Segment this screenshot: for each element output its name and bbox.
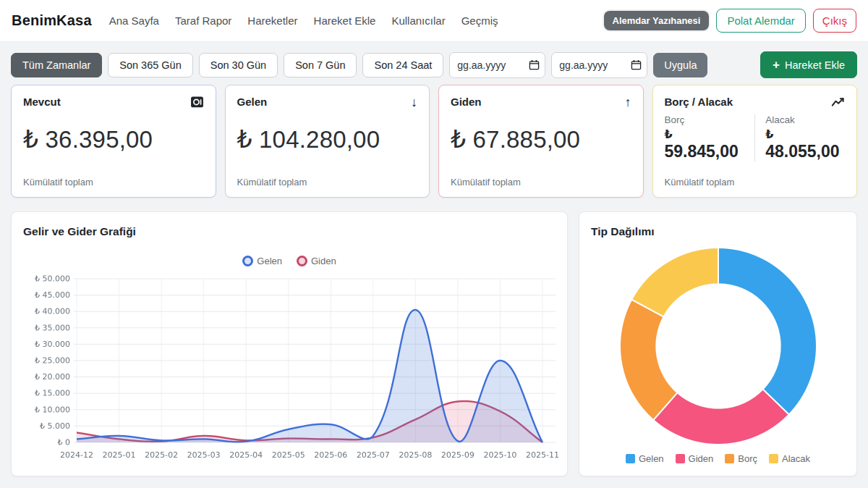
donut-chart-card: Tip Dağılımı GelenGidenBorçAlacak	[579, 211, 857, 476]
legend-item-giden[interactable]: Giden	[297, 256, 336, 266]
alacak-column: Alacak ₺ 48.055,00	[754, 114, 845, 161]
nav-item-ana-sayfa[interactable]: Ana Sayfa	[109, 14, 159, 27]
legend-label: Alacak	[782, 453, 810, 464]
arrow-up-icon: ↑	[625, 96, 631, 109]
line-chart-legend: GelenGiden	[12, 256, 567, 266]
legend-label: Giden	[311, 256, 336, 266]
legend-label: Gelen	[639, 453, 664, 464]
dashboard-page: BenimKasa Ana Sayfa Taraf Rapor Hareketl…	[0, 0, 868, 488]
line-chart-title: Gelir ve Gider Grafiği	[23, 225, 136, 238]
legend-marker	[769, 454, 778, 463]
add-hareket-button[interactable]: + Hareket Ekle	[760, 51, 857, 78]
legend-marker	[725, 454, 734, 463]
user-button[interactable]: Polat Alemdar	[716, 9, 805, 33]
legend-label: Giden	[689, 453, 714, 464]
card-mevcut-subtitle: Kümülatif toplam	[23, 177, 93, 188]
date-to-wrap	[551, 52, 647, 78]
legend-item-alacak[interactable]: Alacak	[769, 453, 810, 464]
plus-icon: +	[773, 59, 780, 71]
borc-currency: ₺	[665, 127, 749, 141]
legend-marker	[676, 454, 685, 463]
legend-marker	[242, 256, 253, 266]
card-gelen-value: ₺ 104.280,00	[237, 125, 418, 153]
donut-chart-legend: GelenGidenBorçAlacak	[579, 453, 856, 464]
card-borc-alacak: Borç / Alacak Borç ₺ 59.845,00 Alacak ₺ …	[652, 85, 858, 198]
nav-item-hareketler[interactable]: Hareketler	[247, 14, 297, 27]
line-chart-canvas	[20, 273, 558, 463]
borc-alacak-columns: Borç ₺ 59.845,00 Alacak ₺ 48.055,00	[665, 114, 846, 161]
legend-label: Borç	[738, 453, 757, 464]
card-giden-title: Giden	[451, 96, 631, 108]
card-giden-value: ₺ 67.885,00	[451, 125, 631, 153]
range-button-son-30-gun[interactable]: Son 30 Gün	[199, 53, 278, 77]
filter-bar: Tüm Zamanlar Son 365 Gün Son 30 Gün Son …	[11, 51, 857, 78]
alacak-value: 48.055,00	[765, 142, 839, 161]
range-button-son-24-saat[interactable]: Son 24 Saat	[362, 53, 443, 77]
borc-value: 59.845,00	[665, 142, 749, 161]
summary-cards: Mevcut ₺ 36.395,00 Kümülatif toplam Gele…	[11, 85, 857, 198]
card-giden: Giden ↑ ₺ 67.885,00 Kümülatif toplam	[438, 85, 644, 198]
calendar-icon	[631, 59, 642, 70]
card-borc-alacak-subtitle: Kümülatif toplam	[665, 177, 735, 188]
safe-icon	[190, 96, 204, 112]
card-gelen-subtitle: Kümülatif toplam	[237, 177, 307, 188]
card-mevcut: Mevcut ₺ 36.395,00 Kümülatif toplam	[11, 85, 216, 198]
borc-label: Borç	[665, 114, 749, 125]
navbar-right: Alemdar Yazıhanesi Polat Alemdar Çıkış	[604, 9, 856, 33]
add-hareket-label: Hareket Ekle	[785, 59, 845, 71]
nav-item-kullanicilar[interactable]: Kullanıcılar	[391, 14, 445, 27]
top-navbar: BenimKasa Ana Sayfa Taraf Rapor Hareketl…	[0, 0, 868, 42]
range-button-son-7-gun[interactable]: Son 7 Gün	[284, 53, 357, 77]
chart-line-icon	[831, 96, 845, 112]
donut-chart-title: Tip Dağılımı	[591, 225, 655, 238]
card-borc-alacak-title: Borç / Alacak	[665, 96, 846, 108]
legend-label: Gelen	[257, 256, 282, 266]
range-button-tum-zamanlar[interactable]: Tüm Zamanlar	[11, 53, 102, 77]
legend-item-giden[interactable]: Giden	[676, 453, 714, 464]
legend-item-gelen[interactable]: Gelen	[242, 256, 282, 266]
donut-chart-canvas	[592, 244, 844, 447]
card-gelen-title: Gelen	[237, 96, 418, 108]
nav-item-taraf-rapor[interactable]: Taraf Rapor	[175, 14, 231, 27]
line-chart-card: Gelir ve Gider Grafiği GelenGiden	[11, 211, 568, 476]
borc-column: Borç ₺ 59.845,00	[665, 114, 755, 161]
alacak-label: Alacak	[765, 114, 839, 125]
nav-item-gecmis[interactable]: Geçmiş	[461, 14, 498, 27]
legend-item-gelen[interactable]: Gelen	[626, 453, 664, 464]
calendar-icon	[529, 59, 540, 70]
card-giden-subtitle: Kümülatif toplam	[451, 177, 521, 188]
org-badge: Alemdar Yazıhanesi	[604, 11, 710, 30]
charts-row: Gelir ve Gider Grafiği GelenGiden Tip Da…	[11, 211, 857, 476]
card-gelen: Gelen ↓ ₺ 104.280,00 Kümülatif toplam	[225, 85, 430, 198]
legend-marker	[297, 256, 307, 266]
apply-button[interactable]: Uygula	[653, 53, 707, 77]
logout-button[interactable]: Çıkış	[813, 9, 856, 33]
legend-item-borç[interactable]: Borç	[725, 453, 757, 464]
card-mevcut-title: Mevcut	[23, 96, 204, 108]
date-from-wrap	[449, 52, 545, 78]
alacak-currency: ₺	[765, 127, 839, 141]
brand-logo[interactable]: BenimKasa	[12, 12, 92, 29]
card-mevcut-value: ₺ 36.395,00	[23, 125, 204, 153]
range-button-son-365-gun[interactable]: Son 365 Gün	[108, 53, 192, 77]
nav-item-hareket-ekle[interactable]: Hareket Ekle	[314, 14, 376, 27]
arrow-down-icon: ↓	[411, 96, 417, 109]
legend-marker	[626, 454, 635, 463]
